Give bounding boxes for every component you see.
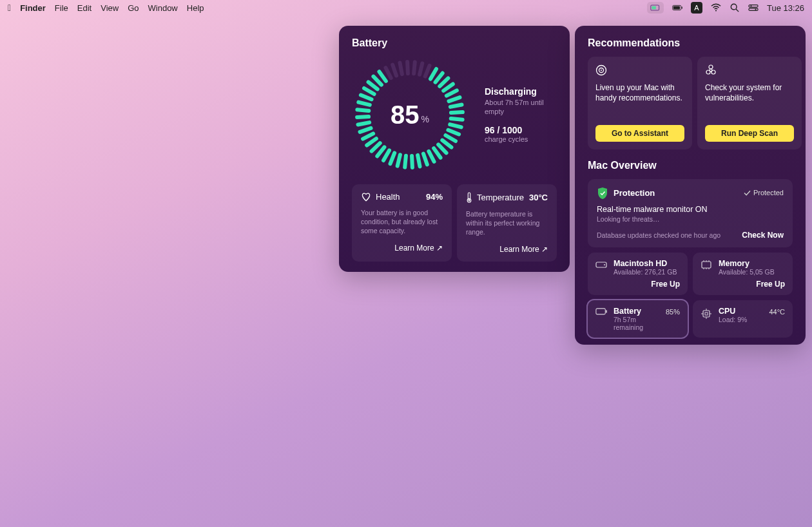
- tile-memory[interactable]: Memory Available: 5,05 GB Free Up: [693, 253, 793, 295]
- battery-panel: Battery 85 % Discharging About 7h 57m un…: [339, 26, 570, 272]
- control-center-icon[interactable]: [748, 3, 759, 12]
- biohazard-icon: [705, 64, 717, 76]
- overview-title: Mac Overview: [588, 160, 793, 171]
- svg-point-69: [604, 264, 605, 265]
- svg-rect-78: [606, 310, 607, 312]
- free-up-disk-button[interactable]: Free Up: [614, 280, 680, 289]
- menu-file[interactable]: File: [55, 3, 68, 13]
- panel-footer: Clean up to 9,4 GB of Junk: [588, 343, 793, 345]
- menubar-app-icon[interactable]: [647, 2, 664, 14]
- health-label: Health: [376, 192, 400, 202]
- wifi-icon[interactable]: [711, 3, 721, 12]
- battery-tile-icon: [595, 308, 607, 320]
- svg-rect-10: [749, 8, 758, 11]
- battery-percent: 85: [391, 101, 420, 129]
- db-update-status: Database updates checked one hour ago: [597, 231, 720, 239]
- battery-status: Discharging: [485, 86, 557, 97]
- battery-menubar-icon[interactable]: [672, 3, 682, 12]
- temp-desc: Battery temperature is within its perfec…: [466, 209, 548, 237]
- menu-go[interactable]: Go: [128, 3, 139, 13]
- menubar-clock[interactable]: Tue 13:26: [767, 3, 804, 13]
- svg-point-11: [755, 9, 756, 10]
- svg-rect-79: [703, 311, 710, 317]
- menu-view[interactable]: View: [101, 3, 119, 13]
- svg-rect-77: [596, 309, 605, 314]
- svg-point-5: [715, 10, 717, 11]
- protection-card: Protection Protected Real-time malware m…: [588, 179, 793, 247]
- battery-cycles-label: charge cycles: [485, 135, 557, 143]
- cpu-icon: [701, 308, 712, 320]
- health-value: 94%: [426, 192, 443, 202]
- svg-rect-70: [702, 262, 711, 268]
- tile-value: 44°C: [769, 308, 785, 316]
- tile-battery[interactable]: Battery 7h 57m remaining 85%: [588, 300, 688, 338]
- svg-rect-1: [652, 6, 655, 10]
- menubar:  Finder File Edit View Go Window Help A…: [0, 0, 812, 15]
- svg-rect-4: [673, 6, 680, 9]
- disk-icon: [595, 260, 607, 272]
- tile-title: Macintosh HD: [614, 259, 680, 268]
- tile-cpu[interactable]: CPU Load: 9% 44°C: [693, 300, 793, 338]
- thermometer-icon: [466, 192, 472, 203]
- realtime-status: Real-time malware monitor ON: [597, 205, 784, 214]
- tile-title: CPU: [719, 307, 762, 316]
- menu-window[interactable]: Window: [148, 3, 178, 13]
- target-icon: [595, 64, 607, 76]
- rec-card-text: Check your system for vulnerabilities.: [705, 82, 794, 125]
- svg-point-65: [711, 70, 715, 74]
- protection-status: Protected: [744, 189, 784, 196]
- search-icon[interactable]: [730, 3, 740, 12]
- temp-learn-more[interactable]: Learn More ↗: [466, 245, 548, 254]
- battery-info: Discharging About 7h 57m until empty 96 …: [485, 86, 557, 144]
- battery-time: About 7h 57m until empty: [485, 98, 557, 117]
- svg-rect-8: [749, 5, 758, 8]
- menu-edit[interactable]: Edit: [77, 3, 92, 13]
- rec-card-deep-scan: Check your system for vulnerabilities. R…: [697, 57, 802, 149]
- recommendations-panel: Recommendations Liven up your Mac with h…: [575, 26, 806, 345]
- battery-gauge: 85 %: [352, 57, 468, 173]
- battery-percent-symbol: %: [421, 114, 429, 124]
- temp-label: Temperature: [477, 193, 524, 202]
- temp-value: 30°C: [529, 193, 548, 202]
- run-deep-scan-button[interactable]: Run Deep Scan: [705, 125, 794, 142]
- svg-point-58: [469, 200, 470, 202]
- tile-sub: Load: 9%: [719, 316, 762, 323]
- looking-threats: Looking for threats…: [597, 215, 784, 223]
- tile-value: 85%: [666, 308, 680, 316]
- svg-point-6: [731, 4, 737, 10]
- battery-title: Battery: [352, 37, 557, 49]
- svg-point-61: [601, 70, 602, 71]
- svg-point-64: [706, 70, 710, 74]
- status-icons: A Tue 13:26: [647, 2, 804, 14]
- free-up-memory-button[interactable]: Free Up: [719, 280, 785, 289]
- svg-rect-3: [681, 6, 682, 9]
- temperature-card: Temperature 30°C Battery temperature is …: [457, 184, 557, 262]
- rec-card-text: Liven up your Mac with handy recommendat…: [595, 82, 684, 125]
- svg-line-7: [736, 9, 739, 12]
- recommendations-title: Recommendations: [588, 37, 793, 49]
- keyboard-indicator[interactable]: A: [691, 2, 702, 14]
- memory-icon: [701, 260, 712, 272]
- battery-cycles: 96 / 1000: [485, 125, 557, 135]
- tile-sub: Available: 276,21 GB: [614, 268, 680, 276]
- protection-status-label: Protected: [753, 189, 784, 196]
- heart-icon: [361, 192, 371, 202]
- go-to-assistant-button[interactable]: Go to Assistant: [595, 125, 684, 142]
- apple-menu-icon[interactable]: : [8, 3, 11, 13]
- health-learn-more[interactable]: Learn More ↗: [361, 244, 443, 253]
- check-now-button[interactable]: Check Now: [742, 231, 784, 240]
- tile-sub: 7h 57m remaining: [614, 316, 659, 331]
- rec-card-assistant: Liven up your Mac with handy recommendat…: [588, 57, 692, 149]
- protection-label: Protection: [614, 188, 655, 198]
- app-name[interactable]: Finder: [20, 3, 46, 13]
- shield-icon: [597, 187, 608, 198]
- tile-title: Battery: [614, 307, 659, 316]
- tile-disk[interactable]: Macintosh HD Available: 276,21 GB Free U…: [588, 253, 688, 295]
- svg-rect-80: [705, 312, 708, 315]
- svg-rect-56: [468, 193, 470, 199]
- tile-title: Memory: [719, 259, 785, 268]
- health-desc: Your battery is in good condition, but a…: [361, 208, 443, 236]
- svg-point-9: [750, 5, 751, 6]
- svg-point-63: [709, 65, 713, 69]
- menu-help[interactable]: Help: [187, 3, 204, 13]
